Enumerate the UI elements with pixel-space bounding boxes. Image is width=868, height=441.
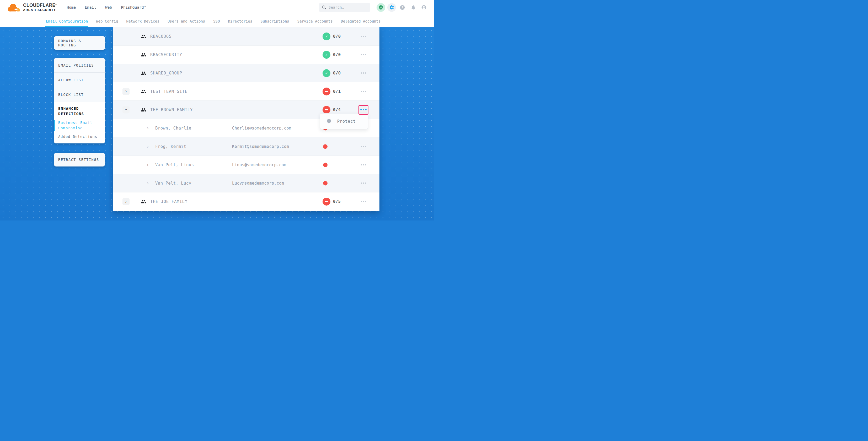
top-nav: Home Email Web PhishGuard™ <box>67 5 146 9</box>
shield-icon <box>327 119 332 124</box>
protected-count: 0/0 <box>333 53 341 57</box>
row-menu-button[interactable] <box>359 50 368 59</box>
nav-home[interactable]: Home <box>67 5 76 9</box>
sidebar-item-email-policies[interactable]: EMAIL POLICIES <box>54 58 105 73</box>
sidebar: DOMAINS & ROUTING EMAIL POLICIES ALLOW L… <box>54 36 105 166</box>
member-email: Lucy@somedemocorp.com <box>232 181 284 186</box>
row-menu-button[interactable] <box>359 32 368 41</box>
protected-count: 0/1 <box>333 89 341 94</box>
status-dot <box>323 163 328 167</box>
expand-button[interactable]: › <box>122 198 129 205</box>
logo-subtitle: AREA 1 SECURITY <box>23 8 57 12</box>
shield-check-icon[interactable] <box>377 3 385 12</box>
status-badge <box>322 106 331 114</box>
sidebar-item-allow-list[interactable]: ALLOW LIST <box>54 73 105 87</box>
cloudflare-cloud-icon <box>6 2 21 12</box>
table-row-group: RBACSECURITY 0/0 <box>113 45 379 64</box>
group-icon <box>141 70 146 76</box>
sidebar-card-policies: EMAIL POLICIES ALLOW LIST BLOCK LIST ENH… <box>54 58 105 144</box>
member-email: Charlie@somedemocorp.com <box>232 126 291 131</box>
status-badge <box>322 33 331 40</box>
svg-text:?: ? <box>401 5 403 9</box>
group-name: SHARED_GROUP <box>150 71 182 75</box>
tab-email-configuration[interactable]: Email Configuration <box>46 15 88 27</box>
expand-button[interactable]: › <box>122 88 129 95</box>
member-email: Kermit@somedemocorp.com <box>232 144 289 149</box>
protected-count: 0/0 <box>333 71 341 75</box>
group-name: RBACSECURITY <box>150 53 182 57</box>
group-icon <box>141 107 146 113</box>
tab-network-devices[interactable]: Network Devices <box>126 15 159 27</box>
tab-subscriptions[interactable]: Subscriptions <box>260 15 289 27</box>
nav-web[interactable]: Web <box>105 5 112 9</box>
member-name: Brown, Charlie <box>155 126 191 131</box>
row-menu-button[interactable] <box>359 160 368 169</box>
menu-item-protect[interactable]: Protect <box>320 114 368 129</box>
status-dot <box>323 181 328 185</box>
bell-icon[interactable] <box>409 3 417 12</box>
row-menu-button[interactable] <box>359 69 368 77</box>
chevron-right-icon: › <box>125 199 127 203</box>
search-box[interactable] <box>319 3 370 12</box>
row-menu-button[interactable] <box>359 197 368 206</box>
member-name: Van Pelt, Lucy <box>155 181 191 186</box>
tab-delegated-accounts[interactable]: Delegated Accounts <box>341 15 381 27</box>
sidebar-item-retract-settings[interactable]: RETRACT SETTINGS <box>54 153 105 166</box>
help-icon[interactable]: ? <box>398 3 407 12</box>
chevron-right-icon: › <box>147 163 149 167</box>
status-badge <box>322 198 331 206</box>
sidebar-section-enhanced-detections: ENHANCED DETECTIONS Business Email Compr… <box>54 102 105 144</box>
tab-sso[interactable]: SSO <box>213 15 220 27</box>
member-name: Frog, Kermit <box>155 144 186 149</box>
group-name: THE JOE FAMILY <box>150 199 187 204</box>
chevron-right-icon: › <box>147 126 149 131</box>
logo-title: CLOUDFLARE® <box>23 3 57 8</box>
tab-web-config[interactable]: Web Config <box>96 15 118 27</box>
app-header: CLOUDFLARE® AREA 1 SECURITY Home Email W… <box>0 0 434 15</box>
group-name: RBACO365 <box>150 34 172 39</box>
member-email: Linus@somedemocorp.com <box>232 163 286 167</box>
sidebar-item-business-email-compromise[interactable]: Business Email Compromise <box>58 120 101 131</box>
status-dot <box>323 144 328 149</box>
member-name: Van Pelt, Linus <box>155 163 194 167</box>
sidebar-item-enhanced-detections[interactable]: ENHANCED DETECTIONS <box>58 106 91 117</box>
table-row-group: › TEST TEAM SITE 0/1 <box>113 82 379 101</box>
table-row-member: › Frog, Kermit Kermit@somedemocorp.com <box>113 137 379 156</box>
chevron-right-icon: › <box>147 181 149 186</box>
status-badge <box>322 51 331 59</box>
group-name: THE BROWN FAMILY <box>150 107 193 112</box>
sidebar-item-block-list[interactable]: BLOCK LIST <box>54 87 105 102</box>
table-row-group: RBACO365 0/0 <box>113 27 379 45</box>
nav-phishguard[interactable]: PhishGuard™ <box>121 5 146 9</box>
search-input[interactable] <box>329 5 365 9</box>
tab-service-accounts[interactable]: Service Accounts <box>298 15 333 27</box>
group-icon <box>141 89 146 94</box>
gear-icon[interactable] <box>387 3 396 12</box>
expand-button[interactable]: › <box>122 106 129 113</box>
table-row-member: › Van Pelt, Lucy Lucy@somedemocorp.com <box>113 174 379 192</box>
content-area: DOMAINS & ROUTING EMAIL POLICIES ALLOW L… <box>0 27 434 220</box>
status-badge <box>322 69 331 77</box>
nav-email[interactable]: Email <box>85 5 96 9</box>
chevron-right-icon: › <box>147 144 149 149</box>
search-icon <box>322 5 326 9</box>
sidebar-item-added-detections[interactable]: Added Detections <box>58 134 101 139</box>
row-menu-button[interactable] <box>359 142 368 151</box>
status-badge <box>322 88 331 95</box>
account-icon[interactable] <box>420 3 428 12</box>
row-menu-button[interactable] <box>359 179 368 188</box>
sidebar-item-domains-routing[interactable]: DOMAINS & ROUTING <box>54 36 105 50</box>
app-root: CLOUDFLARE® AREA 1 SECURITY Home Email W… <box>0 0 434 220</box>
group-icon <box>141 52 146 57</box>
cloudflare-logo[interactable]: CLOUDFLARE® AREA 1 SECURITY <box>6 2 57 12</box>
group-icon <box>141 199 146 204</box>
tab-directories[interactable]: Directories <box>228 15 252 27</box>
group-name: TEST TEAM SITE <box>150 89 187 94</box>
table-row-group: › THE JOE FAMILY 0/5 <box>113 192 379 211</box>
tab-users-and-actions[interactable]: Users and Actions <box>167 15 205 27</box>
annotation-highlight-box <box>359 105 368 115</box>
row-menu-button[interactable] <box>359 87 368 96</box>
protected-count: 0/0 <box>333 34 341 39</box>
group-icon <box>141 34 146 39</box>
menu-item-label: Protect <box>337 119 355 124</box>
